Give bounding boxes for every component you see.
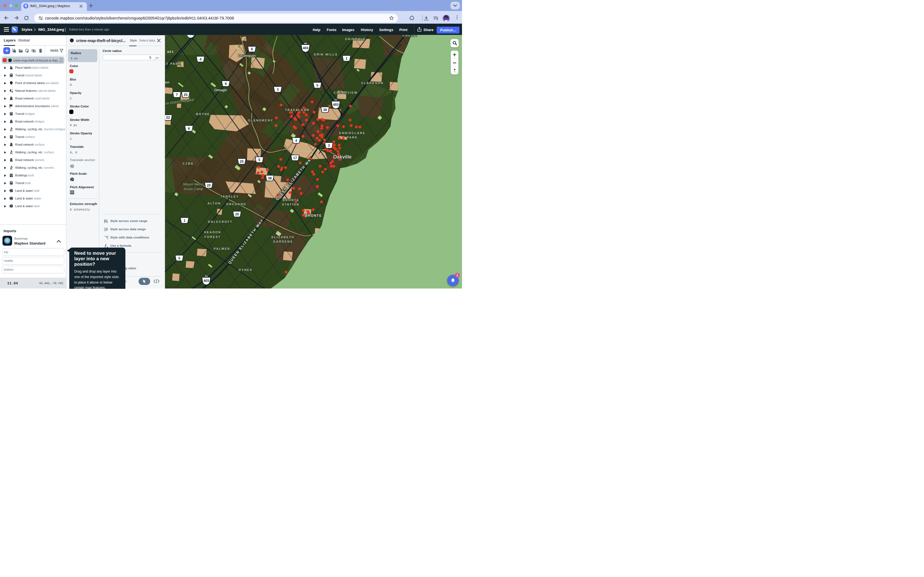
svg-text:Mount Nemo: Mount Nemo (183, 182, 204, 186)
svg-text:403: 403 (333, 103, 339, 106)
svg-text:TANSLEY: TANSLEY (220, 195, 239, 198)
svg-text:DYNES: DYNES (239, 268, 252, 271)
svg-text:38: 38 (268, 176, 272, 180)
svg-text:BRONTE: BRONTE (283, 198, 299, 201)
svg-text:CREDIT: CREDIT (402, 35, 418, 37)
svg-text:22: 22 (166, 116, 170, 119)
svg-text:5: 5 (258, 158, 260, 162)
svg-text:7: 7 (176, 93, 178, 97)
svg-text:PALMER: PALMER (214, 247, 230, 250)
svg-text:403: 403 (204, 279, 209, 283)
svg-text:403: 403 (303, 46, 308, 50)
svg-text:5: 5 (317, 84, 318, 87)
svg-text:4: 4 (296, 139, 297, 143)
svg-text:Omagh: Omagh (214, 88, 227, 92)
svg-text:ERINDALE: ERINDALE (345, 37, 366, 41)
svg-text:5: 5 (178, 256, 180, 260)
svg-text:6: 6 (225, 82, 227, 86)
svg-text:Scout Camp: Scout Camp (183, 187, 203, 191)
svg-text:FOREST: FOREST (204, 235, 221, 239)
svg-text:ENNISCLARE: ENNISCLARE (339, 131, 365, 135)
svg-text:TRAFALGAR: TRAFALGAR (285, 108, 309, 111)
svg-text:ELIZABETH: ELIZABETH (271, 235, 294, 239)
svg-text:38: 38 (323, 108, 327, 112)
svg-text:PARK: PARK (347, 136, 358, 139)
svg-text:GARDENS: GARDENS (273, 240, 293, 243)
svg-text:3: 3 (277, 88, 279, 92)
svg-text:17: 17 (293, 156, 297, 160)
svg-text:DALECROFT: DALECROFT (208, 220, 233, 223)
svg-text:ALTON: ALTON (208, 201, 221, 205)
svg-text:1: 1 (184, 219, 186, 222)
svg-text:25: 25 (240, 160, 244, 163)
svg-text:20: 20 (235, 213, 239, 216)
svg-text:6: 6 (188, 127, 190, 131)
svg-text:4: 4 (200, 57, 202, 61)
svg-text:Drumquin: Drumquin (238, 53, 256, 58)
svg-text:CZBA: CZBA (183, 162, 194, 165)
svg-text:BRONTE: BRONTE (305, 214, 322, 218)
svg-text:401: 401 (188, 35, 193, 36)
svg-text:HEADON: HEADON (204, 230, 221, 234)
svg-text:ERIN MILLS: ERIN MILLS (314, 53, 338, 56)
svg-text:STATION: STATION (282, 203, 299, 206)
svg-text:GLENORCHY: GLENORCHY (248, 119, 273, 122)
svg-text:3: 3 (328, 144, 330, 148)
svg-text:20: 20 (207, 184, 211, 187)
svg-text:25: 25 (184, 93, 187, 97)
svg-text:401: 401 (167, 50, 174, 54)
svg-text:ORCHARD: ORCHARD (226, 203, 246, 206)
svg-text:on: on (165, 80, 170, 84)
svg-text:6: 6 (251, 47, 253, 51)
svg-text:BOYNE: BOYNE (196, 112, 210, 116)
svg-text:1: 1 (346, 56, 347, 60)
svg-text:CLARKSON: CLARKSON (361, 81, 384, 85)
svg-text:Oakville: Oakville (333, 154, 351, 160)
svg-text:CLEARVIEW: CLEARVIEW (334, 91, 357, 94)
svg-text:ET PARK: ET PARK (165, 62, 181, 65)
